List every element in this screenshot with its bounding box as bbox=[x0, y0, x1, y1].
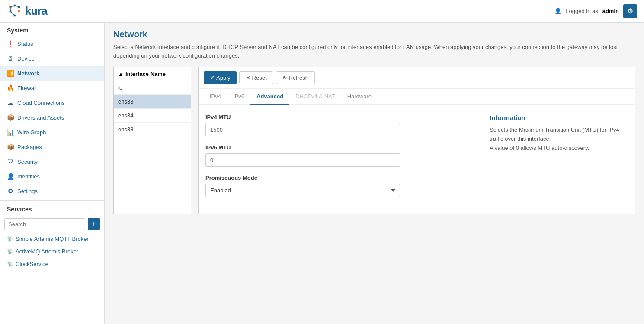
sidebar-item-label: Device bbox=[17, 55, 35, 62]
info-text: Selects the Maximum Transition Unit (MTU… bbox=[490, 126, 628, 152]
packages-icon: 📦 bbox=[7, 143, 14, 150]
right-panel: ✔ Apply ✕ Reset ↻ Refresh IPv4 IPv6 bbox=[198, 67, 635, 214]
firewall-icon: 🔥 bbox=[7, 84, 14, 91]
service-item-simple-artemis[interactable]: 📡 Simple Artemis MQTT Broker bbox=[0, 233, 104, 245]
body: System ❗ Status 🖥 Device 📶 Network 🔥 Fir… bbox=[0, 23, 644, 324]
sidebar-item-label: Status bbox=[17, 41, 33, 47]
page-title: Network bbox=[113, 29, 635, 39]
checkmark-icon: ✔ bbox=[210, 75, 215, 81]
interface-section: ▲ Interface Name lo ens33 ens34 ens38 ✔ … bbox=[113, 67, 635, 214]
interface-table-header[interactable]: ▲ Interface Name bbox=[114, 67, 191, 81]
service-icon: 📡 bbox=[7, 236, 13, 242]
wire-graph-icon: 📊 bbox=[7, 129, 14, 136]
services-title: Services bbox=[0, 202, 104, 215]
svg-line-9 bbox=[10, 11, 15, 16]
tab-dhcpv4-nat: DHCPv4 & NAT bbox=[289, 89, 341, 105]
interface-name-header: Interface Name bbox=[125, 71, 166, 77]
drivers-icon: 📦 bbox=[7, 114, 14, 121]
refresh-icon: ↻ bbox=[282, 75, 287, 81]
sort-icon: ▲ bbox=[118, 71, 124, 77]
security-icon: 🛡 bbox=[7, 158, 14, 165]
sidebar-item-label: Settings bbox=[17, 188, 38, 194]
interface-row-ens38[interactable]: ens38 bbox=[114, 123, 191, 136]
interface-row-lo[interactable]: lo bbox=[114, 81, 191, 95]
sidebar-item-label: Network bbox=[17, 70, 39, 77]
main-content: Network Select a Network Interface and c… bbox=[105, 23, 644, 324]
user-icon: 👤 bbox=[554, 8, 561, 14]
service-icon: 📡 bbox=[7, 261, 13, 267]
sidebar-item-label: Drivers and Assets bbox=[17, 114, 64, 121]
sidebar-item-label: Security bbox=[17, 159, 38, 165]
cloud-icon: ☁ bbox=[7, 99, 14, 106]
interface-table: ▲ Interface Name lo ens33 ens34 ens38 bbox=[113, 67, 191, 214]
kura-logo-icon bbox=[7, 3, 22, 19]
sidebar-item-settings[interactable]: ⚙ Settings bbox=[0, 184, 104, 198]
logged-in-label: Logged in as bbox=[566, 8, 598, 14]
add-service-button[interactable]: + bbox=[88, 218, 100, 230]
page-description: Select a Network Interface and configure… bbox=[113, 43, 635, 60]
interface-row-ens33[interactable]: ens33 bbox=[114, 95, 191, 109]
sidebar-divider bbox=[0, 200, 104, 201]
tab-advanced[interactable]: Advanced bbox=[250, 89, 289, 105]
service-label: Simple Artemis MQTT Broker bbox=[16, 236, 89, 242]
sidebar-item-identities[interactable]: 👤 Identities bbox=[0, 169, 104, 184]
reset-button[interactable]: ✕ Reset bbox=[239, 71, 273, 84]
tab-hardware[interactable]: Hardware bbox=[341, 89, 378, 105]
service-label: ActiveMQ Artemis Broker bbox=[16, 248, 78, 255]
tab-ipv6[interactable]: IPv6 bbox=[227, 89, 250, 105]
logo: kura bbox=[7, 3, 47, 19]
panel-fields: IPv4 MTU IPv6 MTU Promiscuous Mode Enabl… bbox=[205, 114, 479, 205]
info-title: Information bbox=[490, 114, 628, 121]
panel-tabs: IPv4 IPv6 Advanced DHCPv4 & NAT Hardware bbox=[199, 89, 635, 105]
promiscuous-mode-select[interactable]: Enabled Disabled bbox=[205, 184, 400, 197]
promiscuous-mode-label: Promiscuous Mode bbox=[205, 175, 479, 181]
sidebar-item-security[interactable]: 🛡 Security bbox=[0, 154, 104, 169]
header: kura 👤 Logged in as admin ⚙ bbox=[0, 0, 644, 23]
username: admin bbox=[602, 8, 619, 14]
sidebar-item-label: Identities bbox=[17, 173, 40, 180]
service-icon: 📡 bbox=[7, 249, 13, 254]
search-input[interactable] bbox=[4, 218, 85, 230]
sidebar-item-device[interactable]: 🖥 Device bbox=[0, 51, 104, 66]
ipv6-mtu-input[interactable] bbox=[205, 153, 400, 167]
refresh-button[interactable]: ↻ Refresh bbox=[276, 71, 315, 84]
sidebar-item-label: Cloud Connections bbox=[17, 100, 65, 106]
identities-icon: 👤 bbox=[7, 173, 14, 180]
panel-body: IPv4 MTU IPv6 MTU Promiscuous Mode Enabl… bbox=[199, 105, 635, 214]
network-icon: 📶 bbox=[7, 70, 14, 77]
sidebar-item-firewall[interactable]: 🔥 Firewall bbox=[0, 81, 104, 95]
settings-icon: ⚙ bbox=[7, 188, 14, 194]
sidebar-item-status[interactable]: ❗ Status bbox=[0, 36, 104, 51]
sidebar-item-drivers-assets[interactable]: 📦 Drivers and Assets bbox=[0, 110, 104, 125]
sidebar-item-label: Firewall bbox=[17, 85, 37, 91]
interface-row-ens34[interactable]: ens34 bbox=[114, 109, 191, 123]
logo-text: kura bbox=[25, 4, 47, 18]
sidebar-item-label: Packages bbox=[17, 144, 42, 150]
service-item-activemq[interactable]: 📡 ActiveMQ Artemis Broker bbox=[0, 245, 104, 258]
sidebar-item-wire-graph[interactable]: 📊 Wire Graph bbox=[0, 125, 104, 139]
sidebar-item-network[interactable]: 📶 Network bbox=[0, 66, 104, 81]
ipv6-mtu-group: IPv6 MTU bbox=[205, 144, 479, 167]
ipv6-mtu-label: IPv6 MTU bbox=[205, 144, 479, 151]
promiscuous-mode-group: Promiscuous Mode Enabled Disabled bbox=[205, 175, 479, 197]
apply-button[interactable]: ✔ Apply bbox=[204, 71, 237, 84]
ipv4-mtu-input[interactable] bbox=[205, 123, 400, 136]
panel-toolbar: ✔ Apply ✕ Reset ↻ Refresh bbox=[199, 67, 635, 89]
system-title: System bbox=[0, 23, 104, 36]
reset-label: Reset bbox=[252, 75, 267, 81]
sidebar-item-packages[interactable]: 📦 Packages bbox=[0, 139, 104, 154]
sidebar-item-cloud-connections[interactable]: ☁ Cloud Connections bbox=[0, 95, 104, 110]
service-item-clockservice[interactable]: 📡 ClockService bbox=[0, 258, 104, 270]
refresh-label: Refresh bbox=[289, 75, 309, 81]
service-label: ClockService bbox=[16, 261, 48, 267]
status-icon: ❗ bbox=[7, 40, 14, 47]
tab-ipv4[interactable]: IPv4 bbox=[204, 89, 227, 105]
sidebar-search-row: + bbox=[0, 215, 104, 233]
gear-button[interactable]: ⚙ bbox=[623, 4, 637, 18]
header-right: 👤 Logged in as admin ⚙ bbox=[554, 4, 637, 18]
info-panel: Information Selects the Maximum Transiti… bbox=[490, 114, 628, 205]
sidebar: System ❗ Status 🖥 Device 📶 Network 🔥 Fir… bbox=[0, 23, 105, 324]
cross-icon: ✕ bbox=[246, 75, 250, 81]
ipv4-mtu-group: IPv4 MTU bbox=[205, 114, 479, 136]
ipv4-mtu-label: IPv4 MTU bbox=[205, 114, 479, 120]
